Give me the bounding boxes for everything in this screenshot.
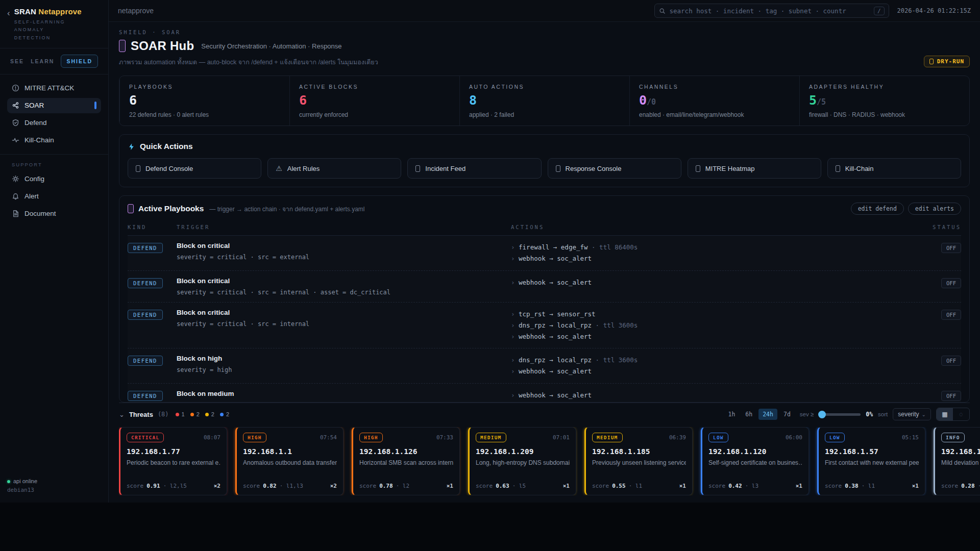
- slider-knob[interactable]: [818, 411, 826, 418]
- mitre-heatmap-button[interactable]: MITRE Heatmap: [688, 158, 821, 179]
- threat-card[interactable]: HIGH 07:33 192.168.1.126 Horizontal SMB …: [352, 427, 460, 495]
- api-status-label: api online: [13, 478, 37, 484]
- score-value: 0.38: [845, 483, 859, 489]
- status-toggle[interactable]: OFF: [941, 391, 961, 401]
- layer-refs: · l1,l3: [280, 483, 303, 489]
- kind-badge: DEFEND: [128, 391, 163, 401]
- mitre-heatmap-icon: [696, 165, 700, 172]
- dashed-circle-icon: ◌: [959, 411, 963, 418]
- time-range-button[interactable]: 1h: [724, 409, 739, 420]
- threat-card[interactable]: LOW 05:15 192.168.1.57 First contact wit…: [817, 427, 925, 495]
- threat-card[interactable]: HIGH 07:54 192.168.1.1 Anomalous outboun…: [235, 427, 344, 495]
- kind-badge: DEFEND: [128, 243, 163, 253]
- threat-card[interactable]: MEDIUM 07:01 192.168.1.209 Long, high-en…: [468, 427, 576, 495]
- page-header: SHIELD · SOAR SOAR Hub Security Orchestr…: [119, 29, 970, 67]
- score-label: score: [941, 483, 958, 489]
- sort-select[interactable]: severity⌄: [893, 408, 931, 420]
- column-header-actions: ACTIONS: [511, 224, 923, 230]
- time-range-button[interactable]: 24h: [758, 409, 777, 420]
- severity-count-value: 2: [226, 411, 229, 417]
- edit-alerts-button[interactable]: edit alerts: [908, 203, 961, 215]
- threats-header: ⌄ Threats (8) 1 2 2 2: [119, 403, 970, 423]
- severity-slider[interactable]: [819, 413, 861, 416]
- occurrence-multiplier: ×1: [563, 483, 570, 489]
- view-toggle: ▦ ◌: [936, 408, 970, 421]
- column-header-kind: KIND: [128, 224, 177, 230]
- dry-run-label: DRY-RUN: [937, 58, 964, 65]
- status-toggle[interactable]: OFF: [941, 310, 961, 320]
- alert-rules-button[interactable]: ⚠Alert Rules: [267, 158, 401, 179]
- live-view-button[interactable]: ◌: [953, 408, 969, 420]
- threat-card[interactable]: CRITICAL 08:07 192.168.1.77 Periodic bea…: [119, 427, 227, 495]
- time-range-button[interactable]: 7d: [779, 409, 795, 420]
- score-value: 0.63: [496, 483, 509, 489]
- occurrence-multiplier: ×2: [214, 483, 220, 489]
- table-row[interactable]: DEFEND Block on high severity = high dns…: [128, 348, 961, 384]
- sidebar-item-defend[interactable]: Defend: [7, 115, 101, 131]
- trigger-name: Block on critical: [177, 309, 511, 316]
- edit-defend-button[interactable]: edit defend: [851, 203, 904, 215]
- share-icon: [12, 102, 19, 109]
- table-row[interactable]: DEFEND Block on medium severity = medium…: [128, 384, 961, 403]
- occurrence-multiplier: ×1: [679, 483, 686, 489]
- defend-console-button[interactable]: Defend Console: [128, 158, 261, 179]
- dry-run-badge[interactable]: DRY-RUN: [924, 56, 970, 67]
- tab-shield[interactable]: SHIELD: [61, 55, 98, 68]
- sidebar-item-killchain[interactable]: Kill-Chain: [7, 133, 101, 148]
- kill-chain-button[interactable]: Kill-Chain: [827, 158, 961, 179]
- table-row[interactable]: DEFEND Block on critical severity = crit…: [128, 271, 961, 303]
- action-text: webhook → soc_alert: [519, 367, 592, 375]
- response-console-button[interactable]: Response Console: [548, 158, 681, 179]
- stat-suffix: /5: [817, 97, 826, 107]
- table-row[interactable]: DEFEND Block on critical severity = crit…: [128, 236, 961, 271]
- layer-refs: · l1: [629, 483, 643, 489]
- stat-card: ACTIVE BLOCKS 6 currently enforced: [289, 76, 459, 126]
- sidebar-item-label: Kill-Chain: [24, 136, 54, 144]
- trigger-condition: severity = critical · src = internal: [177, 320, 511, 328]
- status-toggle[interactable]: OFF: [941, 243, 961, 253]
- trigger-name: Block on critical: [177, 277, 511, 285]
- threat-description: Self-signed certificate on busines…: [708, 459, 802, 466]
- threat-card[interactable]: MEDIUM 06:39 192.168.1.185 Previously un…: [584, 427, 693, 495]
- app-window: ‹ SRAN Netapprove SELF-LEARNING ANOMALY …: [0, 0, 980, 503]
- threat-ip: 192.168.1.209: [476, 447, 570, 456]
- sidebar-item-soar[interactable]: SOAR: [7, 98, 101, 113]
- score-label: score: [127, 483, 143, 489]
- global-search[interactable]: /: [654, 4, 889, 18]
- table-row[interactable]: DEFEND Block on critical severity = crit…: [128, 303, 961, 349]
- grid-view-button[interactable]: ▦: [937, 408, 953, 420]
- threat-card[interactable]: INFO 192.168.1.115 Mild deviation from… …: [934, 427, 980, 495]
- sidebar-item-document[interactable]: Document: [7, 206, 101, 221]
- column-header-status: STATUS: [923, 224, 961, 230]
- action-text: webhook → soc_alert: [519, 255, 592, 262]
- sev-filter-label: sev ≥: [800, 411, 814, 417]
- action-chain: tcp_rst → sensor_rst dns_rpz → local_rpz…: [511, 309, 923, 342]
- search-input[interactable]: [670, 7, 870, 15]
- action-line: dns_rpz → local_rpz · ttl 3600s: [511, 320, 923, 331]
- collapse-sidebar-button[interactable]: ‹: [7, 9, 10, 17]
- time-range-button[interactable]: 6h: [741, 409, 756, 420]
- severity-dot: [220, 413, 224, 416]
- layer-refs: · l5: [512, 483, 526, 489]
- sidebar-item-mitre[interactable]: MITRE ATT&CK: [7, 81, 101, 96]
- stat-label: ACTIVE BLOCKS: [299, 84, 450, 90]
- response-console-icon: [556, 165, 560, 172]
- layer-refs: · l1: [978, 483, 980, 489]
- sidebar-item-config[interactable]: Config: [7, 171, 101, 187]
- sidebar-item-alert[interactable]: Alert: [7, 189, 101, 204]
- tab-learn[interactable]: LEARN: [31, 58, 54, 64]
- incident-feed-button[interactable]: Incident Feed: [407, 158, 541, 179]
- trigger-condition: severity = critical · src = external: [177, 254, 511, 261]
- status-toggle[interactable]: OFF: [941, 356, 961, 366]
- chevron-down-icon[interactable]: ⌄: [119, 411, 125, 418]
- divider: [0, 154, 108, 155]
- tab-see[interactable]: SEE: [10, 58, 24, 64]
- severity-badge: INFO: [941, 433, 965, 442]
- threat-card[interactable]: LOW 06:00 192.168.1.120 Self-signed cert…: [701, 427, 809, 495]
- severity-badge: CRITICAL: [127, 433, 164, 442]
- search-hotkey-badge: /: [874, 7, 885, 15]
- status-toggle[interactable]: OFF: [941, 278, 961, 288]
- severity-count-value: 2: [197, 411, 200, 417]
- threat-time: 07:01: [553, 434, 570, 441]
- threat-description: Previously unseen listening service: [592, 459, 686, 466]
